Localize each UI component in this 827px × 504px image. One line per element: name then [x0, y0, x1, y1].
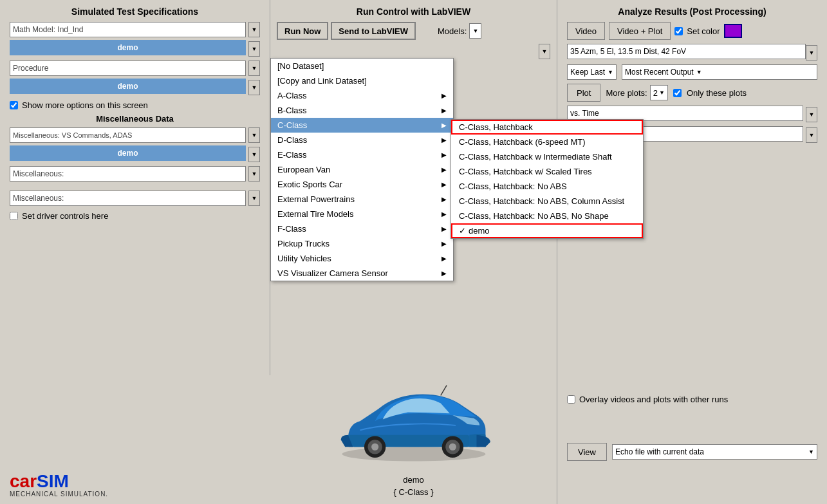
misc1-value-arrow[interactable]: ▼	[248, 147, 260, 162]
second-row-arrow[interactable]: ▼	[539, 44, 550, 59]
math-model-input[interactable]: Math Model: Ind_Ind	[10, 22, 246, 37]
misc3-input[interactable]: Miscellaneous:	[10, 191, 246, 206]
submenu-item-c-hatchback-noabs-shape[interactable]: C-Class, Hatchback: No ABS, No Shape	[451, 209, 643, 223]
submenu-item-c-hatchback-noabs-col[interactable]: C-Class, Hatchback: No ABS, Column Assis…	[451, 194, 643, 209]
menu-item-utility-vehicles[interactable]: Utility Vehicles ▶	[271, 251, 453, 266]
echo-dropdown[interactable]: Echo file with current data ▼	[612, 444, 817, 460]
menu-item-copy-link[interactable]: [Copy and Link Dataset]	[271, 73, 453, 88]
european-van-arrow-icon: ▶	[441, 166, 447, 173]
car-image-area: demo { C-Class }	[270, 375, 557, 504]
menu-item-b-class-label: B-Class	[277, 106, 307, 115]
show-more-label: Show more options on this screen	[22, 100, 148, 110]
left-panel: Simulated Test Specifications Math Model…	[0, 0, 270, 375]
most-recent-label: Most Recent Output	[625, 68, 694, 77]
menu-item-vs-visualizer[interactable]: VS Visualizer Camera Sensor ▶	[271, 266, 453, 281]
time-chart-1-arrow[interactable]: ▼	[806, 107, 817, 122]
car-svg	[330, 382, 497, 466]
set-driver-checkbox[interactable]	[10, 212, 18, 220]
misc1-arrow[interactable]: ▼	[248, 127, 260, 143]
keep-last-label: Keep Last	[570, 68, 605, 77]
more-plots-select: More plots: 2 ▼	[606, 85, 667, 100]
more-plots-value-box[interactable]: 2 ▼	[650, 85, 668, 100]
menu-item-utility-vehicles-label: Utility Vehicles	[277, 254, 331, 263]
math-model-value-row: demo ▼	[10, 40, 260, 58]
models-dropdown[interactable]: ▼	[469, 23, 481, 39]
menu-item-c-class[interactable]: C-Class ▶	[271, 118, 453, 133]
video-plus-plot-button[interactable]: Video + Plot	[609, 22, 671, 40]
plot-row: Plot More plots: 2 ▼ Only these plots	[567, 84, 817, 102]
view-button[interactable]: View	[567, 443, 607, 461]
run-now-button[interactable]: Run Now	[277, 22, 328, 40]
most-recent-arrow: ▼	[696, 69, 702, 75]
menu-item-f-class[interactable]: F-Class ▶	[271, 221, 453, 236]
right-panel-title: Analyze Results (Post Processing)	[567, 6, 817, 17]
misc1-value[interactable]: demo	[10, 145, 246, 161]
misc2-arrow[interactable]: ▼	[248, 166, 260, 182]
carsim-text: carSIM	[10, 472, 108, 490]
math-model-value[interactable]: demo	[10, 40, 246, 55]
color-swatch[interactable]	[724, 24, 742, 38]
procedure-input[interactable]: Procedure	[10, 61, 246, 76]
menu-item-f-class-label: F-Class	[277, 224, 306, 234]
echo-label: Echo file with current data	[615, 447, 806, 456]
procedure-value-arrow[interactable]: ▼	[248, 80, 260, 95]
more-plots-arrow: ▼	[659, 89, 665, 96]
set-color-checkbox[interactable]	[674, 27, 683, 35]
menu-item-european-van[interactable]: European Van ▶	[271, 162, 453, 177]
time-chart-1-arrow-icon: ▼	[809, 111, 815, 118]
misc1-row: Miscellaneous: VS Commands, ADAS ▼	[10, 127, 260, 143]
set-color-label: Set color	[687, 26, 720, 36]
submenu-item-c-hatchback-mt[interactable]: C-Class, Hatchback (6-speed MT)	[451, 135, 643, 149]
menu-item-exotic-sports-car[interactable]: Exotic Sports Car ▶	[271, 177, 453, 192]
misc2-input[interactable]: Miscellaneous:	[10, 166, 246, 182]
main-container: Simulated Test Specifications Math Model…	[0, 0, 827, 504]
procedure-value[interactable]: demo	[10, 79, 246, 94]
menu-item-external-powertrains[interactable]: External Powertrains ▶	[271, 192, 453, 207]
math-model-value-arrow[interactable]: ▼	[248, 41, 260, 57]
only-these-plots-label: Only these plots	[687, 88, 747, 98]
math-model-arrow[interactable]: ▼	[248, 22, 260, 37]
menu-item-d-class[interactable]: D-Class ▶	[271, 133, 453, 147]
svg-line-8	[440, 386, 446, 396]
overlay-checkbox[interactable]	[567, 395, 575, 404]
e-class-arrow-icon: ▶	[441, 151, 447, 158]
misc2-row: Miscellaneous: ▼	[10, 166, 260, 182]
procedure-value-row: demo ▼	[10, 79, 260, 97]
submenu-item-demo[interactable]: ✓ demo	[451, 223, 643, 238]
carsim-logo: carSIM MECHANICAL SIMULATION.	[10, 472, 108, 498]
misc3-arrow-icon: ▼	[252, 195, 257, 201]
most-recent-select[interactable]: Most Recent Output ▼	[622, 64, 817, 80]
send-to-labview-button[interactable]: Send to LabVIEW	[331, 22, 416, 40]
show-more-checkbox[interactable]	[10, 101, 18, 109]
procedure-row: Procedure ▼	[10, 61, 260, 76]
camera-dropdown-arrow-icon: ▼	[809, 50, 815, 56]
menu-item-pickup-trucks[interactable]: Pickup Trucks ▶	[271, 236, 453, 251]
c-hatchback-tires-label: C-Class, Hatchback w/ Scaled Tires	[459, 167, 592, 176]
video-button[interactable]: Video	[567, 22, 605, 40]
utility-vehicles-arrow-icon: ▶	[441, 255, 447, 262]
f-class-arrow-icon: ▶	[441, 225, 447, 232]
submenu-item-c-hatchback-noabs[interactable]: C-Class, Hatchback: No ABS	[451, 179, 643, 194]
keep-last-select[interactable]: Keep Last ▼	[567, 64, 617, 80]
menu-item-b-class[interactable]: B-Class ▶	[271, 103, 453, 118]
menu-item-e-class[interactable]: E-Class ▶	[271, 147, 453, 162]
menu-item-a-class[interactable]: A-Class ▶	[271, 88, 453, 103]
bottom-buttons: View Echo file with current data ▼	[567, 443, 817, 461]
b-class-arrow-icon: ▶	[441, 107, 447, 114]
submenu-item-c-hatchback-tires[interactable]: C-Class, Hatchback w/ Scaled Tires	[451, 164, 643, 179]
misc3-arrow[interactable]: ▼	[248, 191, 260, 206]
submenu-item-c-hatchback[interactable]: C-Class, Hatchback	[451, 120, 643, 135]
c-hatchback-label: C-Class, Hatchback	[459, 122, 533, 132]
menu-item-external-tire-models[interactable]: External Tire Models ▶	[271, 207, 453, 221]
menu-item-exotic-sports-car-label: Exotic Sports Car	[277, 180, 342, 189]
submenu-item-c-hatchback-shaft[interactable]: C-Class, Hatchback w Intermediate Shaft	[451, 149, 643, 164]
only-these-plots-checkbox[interactable]	[673, 89, 682, 97]
procedure-arrow[interactable]: ▼	[248, 61, 260, 76]
time-chart-2-arrow[interactable]: ▼	[806, 127, 817, 143]
camera-dropdown[interactable]: 35 Azm, 5 El, 13.5 m Dist, 42 FoV	[567, 44, 806, 59]
menu-item-no-dataset[interactable]: [No Dataset]	[271, 59, 453, 73]
more-plots-label: More plots:	[606, 88, 647, 98]
plot-button[interactable]: Plot	[567, 84, 600, 102]
camera-dropdown-arrow[interactable]: ▼	[806, 45, 817, 61]
misc1-input[interactable]: Miscellaneous: VS Commands, ADAS	[10, 127, 246, 143]
